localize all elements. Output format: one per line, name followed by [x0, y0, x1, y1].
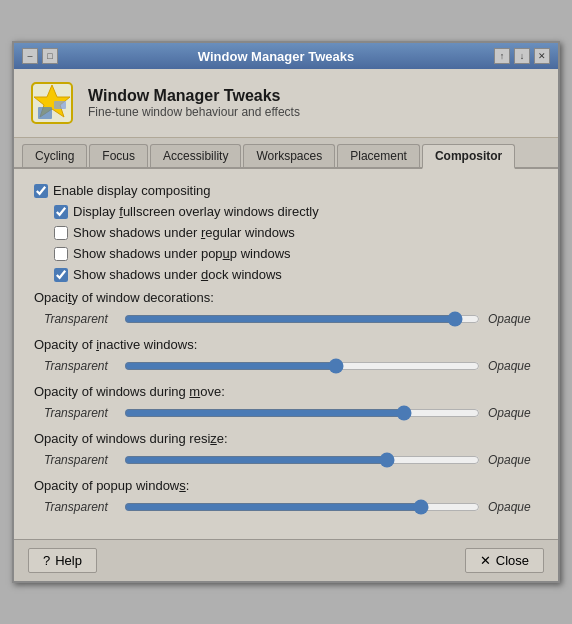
tab-workspaces[interactable]: Workspaces — [243, 144, 335, 167]
slider-inactive-left: Transparent — [44, 359, 116, 373]
footer: ? Help ✕ Close — [14, 539, 558, 581]
slider-inactive-row: Transparent Opaque — [34, 356, 538, 376]
shadow-regular-label[interactable]: Show shadows under regular windows — [73, 225, 295, 240]
titlebar-left-controls: – □ — [22, 48, 58, 64]
slider-move-label: Opacity of windows during move: — [34, 384, 538, 399]
slider-popup[interactable] — [124, 497, 480, 517]
slider-decorations-row: Transparent Opaque — [34, 309, 538, 329]
slider-resize-right: Opaque — [488, 453, 538, 467]
tab-placement[interactable]: Placement — [337, 144, 420, 167]
window-title: Window Manager Tweaks — [58, 49, 494, 64]
tabs-bar: Cycling Focus Accessibility Workspaces P… — [14, 138, 558, 169]
svg-rect-2 — [38, 107, 52, 119]
enable-compositing-checkbox[interactable] — [34, 184, 48, 198]
header-text: Window Manager Tweaks Fine-tune window b… — [88, 87, 300, 119]
shadow-popup-checkbox[interactable] — [54, 247, 68, 261]
nav-up-button[interactable]: ↑ — [494, 48, 510, 64]
help-label: Help — [55, 553, 82, 568]
header-title: Window Manager Tweaks — [88, 87, 300, 105]
shadow-popup-row: Show shadows under popup windows — [54, 246, 538, 261]
slider-popup-row: Transparent Opaque — [34, 497, 538, 517]
slider-inactive-label: Opacity of inactive windows: — [34, 337, 538, 352]
slider-popup-label: Opacity of popup windows: — [34, 478, 538, 493]
titlebar-right-controls: ↑ ↓ ✕ — [494, 48, 550, 64]
shadow-dock-row: Show shadows under dock windows — [54, 267, 538, 282]
slider-inactive[interactable] — [124, 356, 480, 376]
slider-resize-label: Opacity of windows during resize: — [34, 431, 538, 446]
shadow-regular-checkbox[interactable] — [54, 226, 68, 240]
slider-popup-left: Transparent — [44, 500, 116, 514]
app-icon — [28, 79, 76, 127]
slider-decorations[interactable] — [124, 309, 480, 329]
close-button[interactable]: ✕ — [534, 48, 550, 64]
slider-resize-row: Transparent Opaque — [34, 450, 538, 470]
close-icon: ✕ — [480, 553, 491, 568]
header-subtitle: Fine-tune window behaviour and effects — [88, 105, 300, 119]
enable-compositing-row: Enable display compositing — [34, 183, 538, 198]
slider-decorations-left: Transparent — [44, 312, 116, 326]
enable-compositing-label[interactable]: Enable display compositing — [53, 183, 211, 198]
tab-content: Enable display compositing Display fulls… — [14, 169, 558, 539]
help-button[interactable]: ? Help — [28, 548, 97, 573]
shadow-regular-row: Show shadows under regular windows — [54, 225, 538, 240]
fullscreen-row: Display fullscreen overlay windows direc… — [54, 204, 538, 219]
slider-decorations-right: Opaque — [488, 312, 538, 326]
slider-inactive-right: Opaque — [488, 359, 538, 373]
shadow-dock-checkbox[interactable] — [54, 268, 68, 282]
slider-move-right: Opaque — [488, 406, 538, 420]
slider-decorations-label: Opacity of window decorations: — [34, 290, 538, 305]
nav-down-button[interactable]: ↓ — [514, 48, 530, 64]
compositor-options: Display fullscreen overlay windows direc… — [34, 204, 538, 282]
tab-cycling[interactable]: Cycling — [22, 144, 87, 167]
titlebar: – □ Window Manager Tweaks ↑ ↓ ✕ — [14, 43, 558, 69]
svg-rect-3 — [54, 101, 66, 109]
shadow-popup-label[interactable]: Show shadows under popup windows — [73, 246, 291, 261]
maximize-button[interactable]: □ — [42, 48, 58, 64]
tab-accessibility[interactable]: Accessibility — [150, 144, 241, 167]
help-icon: ? — [43, 553, 50, 568]
slider-resize[interactable] — [124, 450, 480, 470]
shadow-dock-label[interactable]: Show shadows under dock windows — [73, 267, 282, 282]
header-area: Window Manager Tweaks Fine-tune window b… — [14, 69, 558, 138]
slider-move-row: Transparent Opaque — [34, 403, 538, 423]
slider-resize-left: Transparent — [44, 453, 116, 467]
slider-move-left: Transparent — [44, 406, 116, 420]
main-window: – □ Window Manager Tweaks ↑ ↓ ✕ Window M… — [12, 41, 560, 583]
minimize-button[interactable]: – — [22, 48, 38, 64]
close-button[interactable]: ✕ Close — [465, 548, 544, 573]
slider-popup-right: Opaque — [488, 500, 538, 514]
slider-move[interactable] — [124, 403, 480, 423]
close-label: Close — [496, 553, 529, 568]
fullscreen-checkbox[interactable] — [54, 205, 68, 219]
fullscreen-label[interactable]: Display fullscreen overlay windows direc… — [73, 204, 319, 219]
tab-compositor[interactable]: Compositor — [422, 144, 515, 169]
tab-focus[interactable]: Focus — [89, 144, 148, 167]
